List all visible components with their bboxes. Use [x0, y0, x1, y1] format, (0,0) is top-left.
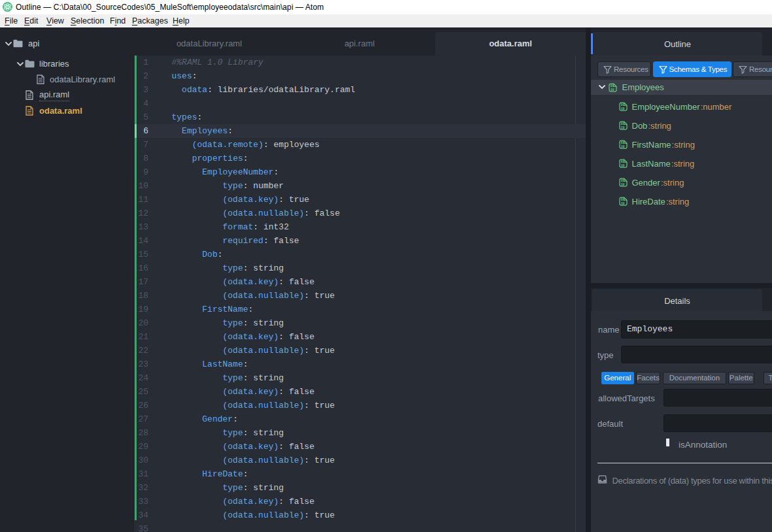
svg-text:10: 10: [620, 126, 624, 129]
svg-text:10: 10: [620, 183, 624, 186]
svg-text:10: 10: [620, 164, 624, 167]
svg-text:10: 10: [611, 88, 614, 91]
svg-text:10: 10: [620, 145, 624, 148]
svg-text:10: 10: [620, 202, 624, 205]
svg-text:10: 10: [620, 107, 624, 110]
